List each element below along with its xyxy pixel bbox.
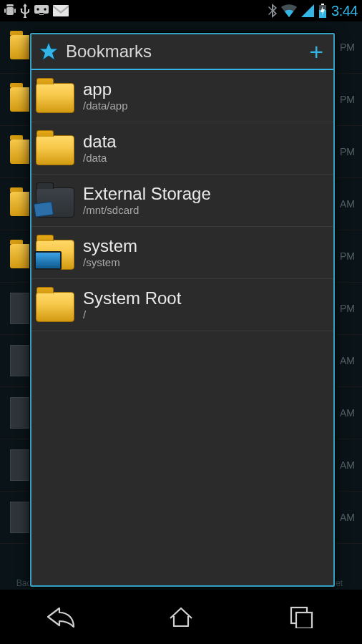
bookmark-item[interactable]: data/data: [31, 122, 333, 175]
folder-icon: [36, 289, 74, 321]
bookmark-item[interactable]: app/data/app: [31, 70, 333, 122]
file-time-suffix: AM: [340, 355, 355, 366]
bookmark-text: system/system: [83, 237, 137, 268]
battery-icon: [318, 4, 327, 18]
bookmark-text: External Storage/mnt/sdcard: [83, 185, 211, 215]
wifi-icon: [281, 4, 297, 17]
file-time-suffix: PM: [340, 42, 355, 53]
svg-rect-2: [14, 9, 16, 13]
svg-rect-9: [53, 5, 69, 16]
bookmark-path: /mnt/sdcard: [83, 204, 211, 216]
bookmark-text: app/data/app: [83, 80, 128, 111]
status-clock: 3:44: [331, 3, 358, 19]
sdcard-folder-icon: [36, 185, 74, 216]
bookmark-list: app/data/appdata/dataExternal Storage/mn…: [31, 70, 333, 331]
bluetooth-icon: [268, 4, 277, 18]
file-time-suffix: PM: [340, 146, 355, 157]
svg-rect-10: [321, 4, 324, 5]
svg-point-6: [44, 8, 46, 10]
bookmark-item[interactable]: System Root/: [31, 279, 333, 331]
bookmark-item[interactable]: External Storage/mnt/sdcard: [31, 175, 333, 227]
bookmark-path: /data: [83, 152, 117, 164]
bookmark-name: system: [83, 237, 137, 255]
bookmark-name: System Root: [83, 289, 181, 308]
file-time-suffix: PM: [340, 94, 355, 105]
svg-rect-15: [296, 613, 312, 628]
bookmark-item[interactable]: system/system: [31, 227, 333, 279]
folder-icon: [36, 132, 74, 164]
status-bar: 3:44: [0, 0, 362, 21]
svg-marker-13: [39, 42, 58, 60]
signal-icon: [301, 4, 314, 17]
system-folder-icon: [36, 237, 74, 268]
bookmark-name: data: [83, 132, 117, 151]
svg-rect-1: [4, 9, 6, 13]
file-time-suffix: AM: [340, 198, 355, 210]
file-time-suffix: PM: [340, 303, 355, 314]
nav-recent-button[interactable]: [273, 597, 331, 636]
bookmark-path: /: [83, 308, 181, 321]
nav-back-button[interactable]: [31, 597, 89, 636]
file-time-suffix: AM: [340, 512, 355, 523]
folder-icon: [36, 80, 74, 112]
navigation-bar: [0, 590, 362, 644]
android-debug-icon: [4, 4, 16, 17]
bookmark-name: app: [83, 80, 128, 99]
bookmark-text: System Root/: [83, 289, 181, 320]
file-time-suffix: PM: [340, 250, 355, 262]
bookmark-name: External Storage: [83, 185, 211, 203]
gmail-icon: [53, 5, 69, 16]
file-time-suffix: AM: [340, 459, 355, 471]
svg-rect-8: [39, 13, 44, 14]
usb-icon: [20, 4, 30, 18]
status-left-icons: [4, 4, 69, 18]
nav-home-button[interactable]: [152, 597, 210, 636]
add-bookmark-button[interactable]: +: [306, 40, 326, 63]
svg-rect-3: [6, 4, 14, 6]
dialog-title: Bookmarks: [66, 42, 152, 62]
svg-point-5: [36, 8, 39, 10]
status-right-icons: 3:44: [268, 3, 358, 19]
bookmark-path: /system: [83, 256, 137, 268]
star-icon: [39, 42, 59, 62]
bookmark-text: data/data: [83, 132, 117, 163]
bookmark-path: /data/app: [83, 99, 128, 112]
sms-icon: [34, 5, 49, 16]
file-time-suffix: AM: [340, 407, 355, 419]
svg-rect-0: [6, 7, 14, 15]
bookmarks-dialog: Bookmarks + app/data/appdata/dataExterna…: [30, 33, 335, 587]
dialog-header: Bookmarks +: [31, 34, 333, 70]
